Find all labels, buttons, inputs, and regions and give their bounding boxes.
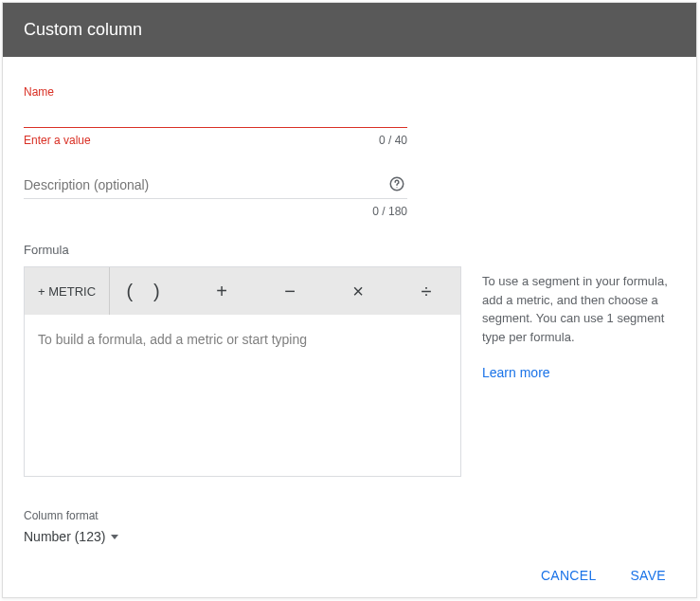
- dialog-title: Custom column: [24, 20, 142, 39]
- svg-point-1: [396, 187, 397, 188]
- name-error: Enter a value: [24, 134, 91, 147]
- dialog-header: Custom column: [3, 3, 696, 57]
- column-format-section: Column format Number (123): [24, 509, 675, 545]
- parentheses-button[interactable]: (): [110, 267, 188, 315]
- cancel-button[interactable]: CANCEL: [537, 562, 601, 589]
- description-underrow: 0 / 180: [24, 205, 407, 218]
- operator-group: () + − × ÷: [110, 267, 460, 315]
- formula-input[interactable]: To build a formula, add a metric or star…: [25, 315, 460, 476]
- dialog-footer: CANCEL SAVE: [3, 545, 696, 601]
- multiply-button[interactable]: ×: [324, 267, 392, 315]
- chevron-down-icon: [111, 535, 118, 539]
- divide-button[interactable]: ÷: [392, 267, 460, 315]
- name-underrow: Enter a value 0 / 40: [24, 134, 407, 147]
- formula-label: Formula: [24, 243, 675, 257]
- custom-column-dialog: Custom column Name Enter a value 0 / 40 …: [2, 2, 697, 598]
- name-counter: 0 / 40: [379, 134, 407, 147]
- formula-help: To use a segment in your formula, add a …: [482, 266, 675, 383]
- column-format-label: Column format: [24, 509, 675, 522]
- formula-section: + METRIC () + − × ÷ To build a formula, …: [24, 266, 675, 477]
- save-button[interactable]: SAVE: [626, 562, 670, 589]
- name-label: Name: [24, 85, 407, 99]
- formula-toolbar: + METRIC () + − × ÷: [25, 267, 460, 315]
- formula-help-text: To use a segment in your formula, add a …: [482, 274, 668, 344]
- name-input[interactable]: [24, 102, 407, 128]
- description-input[interactable]: [24, 172, 407, 199]
- formula-box: + METRIC () + − × ÷ To build a formula, …: [24, 266, 461, 477]
- help-icon[interactable]: [388, 175, 405, 192]
- learn-more-link[interactable]: Learn more: [482, 363, 675, 383]
- column-format-select[interactable]: Number (123): [24, 529, 118, 544]
- plus-button[interactable]: +: [188, 267, 256, 315]
- column-format-value: Number (123): [24, 529, 105, 544]
- add-metric-button[interactable]: + METRIC: [25, 267, 110, 315]
- description-counter: 0 / 180: [372, 205, 407, 218]
- dialog-body: Name Enter a value 0 / 40 0 / 180 Formul…: [3, 57, 696, 545]
- minus-button[interactable]: −: [256, 267, 324, 315]
- name-field-group: Name Enter a value 0 / 40: [24, 85, 407, 147]
- description-field-group: 0 / 180: [24, 172, 407, 218]
